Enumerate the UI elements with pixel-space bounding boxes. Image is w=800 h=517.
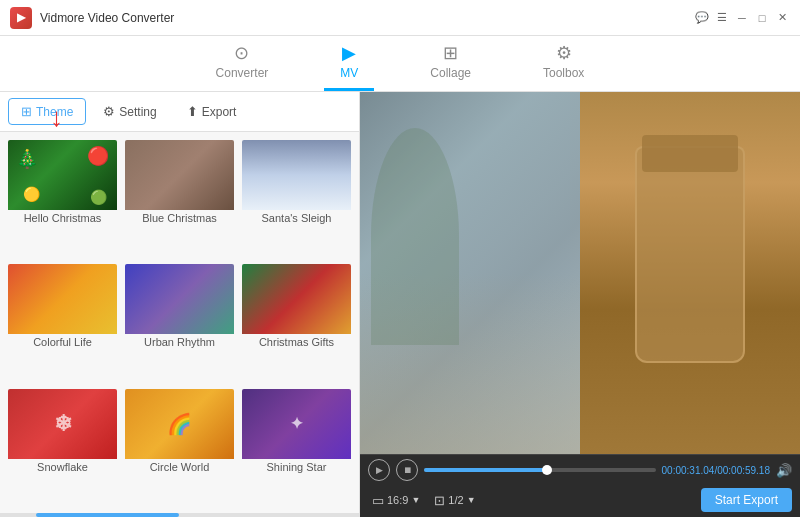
playback-bar: ▶ ⏹ 00:00:31.04/00:00:59.18 🔊: [360, 454, 800, 485]
collage-icon: ⊞: [443, 42, 458, 64]
stop-button[interactable]: ⏹: [396, 459, 418, 481]
minimize-btn[interactable]: ─: [734, 10, 750, 26]
hamburger-btn[interactable]: ☰: [714, 10, 730, 26]
scroll-indicator: [0, 513, 359, 517]
theme-label-snowflake: Snowflake: [8, 459, 117, 476]
progress-handle[interactable]: [542, 465, 552, 475]
theme-label-colorful-life: Colorful Life: [8, 334, 117, 351]
volume-icon[interactable]: 🔊: [776, 463, 792, 478]
subtab-setting[interactable]: ⚙ Setting: [90, 98, 169, 125]
theme-shining-star[interactable]: ✦ Shining Star: [240, 387, 353, 507]
theme-label-urban-rhythm: Urban Rhythm: [125, 334, 234, 351]
theme-urban-rhythm[interactable]: Urban Rhythm: [123, 262, 236, 382]
theme-christmas-gifts[interactable]: Christmas Gifts: [240, 262, 353, 382]
theme-label-blue-christmas: Blue Christmas: [125, 210, 234, 227]
subtab-theme[interactable]: ⊞ Theme: [8, 98, 86, 125]
mv-icon: ▶: [342, 42, 356, 64]
tab-collage[interactable]: ⊞ Collage: [414, 38, 487, 91]
maximize-btn[interactable]: □: [754, 10, 770, 26]
title-bar: ▶ Vidmore Video Converter 💬 ☰ ─ □ ✕: [0, 0, 800, 36]
controls-row2: ▭ 16:9 ▼ ⊡ 1/2 ▼ Start Export: [360, 485, 800, 517]
ratio-icon: ▭: [372, 493, 384, 508]
theme-label-shining-star: Shining Star: [242, 459, 351, 476]
subtab-setting-label: Setting: [119, 105, 156, 119]
start-export-button[interactable]: Start Export: [701, 488, 792, 512]
left-panel: ↓ ⊞ Theme ⚙ Setting ⬆ Export 🎄 🔴: [0, 92, 360, 517]
theme-blue-christmas[interactable]: Blue Christmas: [123, 138, 236, 258]
theme-label-christmas-gifts: Christmas Gifts: [242, 334, 351, 351]
subtab-export-label: Export: [202, 105, 237, 119]
progress-bar[interactable]: [424, 468, 656, 472]
tab-converter[interactable]: ⊙ Converter: [200, 38, 285, 91]
theme-snowflake[interactable]: ❄ Snowflake: [6, 387, 119, 507]
resolution-label: 1/2: [448, 494, 463, 506]
scroll-thumb: [36, 513, 180, 517]
setting-gear-icon: ⚙: [103, 104, 115, 119]
tab-mv-label: MV: [340, 66, 358, 80]
preview-area: [360, 92, 800, 454]
play-button[interactable]: ▶: [368, 459, 390, 481]
app-logo: ▶: [10, 7, 32, 29]
ratio-dropdown-icon: ▼: [411, 495, 420, 505]
progress-fill: [424, 468, 547, 472]
subtab-export[interactable]: ⬆ Export: [174, 98, 250, 125]
theme-label-santas-sleigh: Santa's Sleigh: [242, 210, 351, 227]
red-arrow: ↓: [50, 102, 63, 133]
tab-mv[interactable]: ▶ MV: [324, 38, 374, 91]
theme-label-circle-world: Circle World: [125, 459, 234, 476]
converter-icon: ⊙: [234, 42, 249, 64]
theme-grid: 🎄 🔴 🟡 🟢 Hello Christmas Blue Christmas S…: [0, 132, 359, 513]
theme-label-hello-christmas: Hello Christmas: [8, 210, 117, 227]
resolution-button[interactable]: ⊡ 1/2 ▼: [430, 491, 479, 510]
close-btn[interactable]: ✕: [774, 10, 790, 26]
time-display: 00:00:31.04/00:00:59.18: [662, 465, 770, 476]
theme-colorful-life[interactable]: Colorful Life: [6, 262, 119, 382]
export-icon: ⬆: [187, 104, 198, 119]
window-controls: 💬 ☰ ─ □ ✕: [694, 10, 790, 26]
tab-toolbox-label: Toolbox: [543, 66, 584, 80]
app-title: Vidmore Video Converter: [40, 11, 694, 25]
tab-converter-label: Converter: [216, 66, 269, 80]
tab-toolbox[interactable]: ⚙ Toolbox: [527, 38, 600, 91]
theme-hello-christmas[interactable]: 🎄 🔴 🟡 🟢 Hello Christmas: [6, 138, 119, 258]
chat-icon-btn[interactable]: 💬: [694, 10, 710, 26]
tab-collage-label: Collage: [430, 66, 471, 80]
toolbox-icon: ⚙: [556, 42, 572, 64]
ratio-button[interactable]: ▭ 16:9 ▼: [368, 491, 424, 510]
right-panel: ▶ ⏹ 00:00:31.04/00:00:59.18 🔊 ▭ 16:9 ▼ ⊡…: [360, 92, 800, 517]
preview-right: [580, 92, 800, 454]
theme-santas-sleigh[interactable]: Santa's Sleigh: [240, 138, 353, 258]
main-layout: ↓ ⊞ Theme ⚙ Setting ⬆ Export 🎄 🔴: [0, 92, 800, 517]
resolution-dropdown-icon: ▼: [467, 495, 476, 505]
preview-left: [360, 92, 580, 454]
theme-grid-icon: ⊞: [21, 104, 32, 119]
theme-circle-world[interactable]: 🌈 Circle World: [123, 387, 236, 507]
resolution-icon: ⊡: [434, 493, 445, 508]
nav-tabs: ⊙ Converter ▶ MV ⊞ Collage ⚙ Toolbox: [0, 36, 800, 92]
ratio-label: 16:9: [387, 494, 408, 506]
